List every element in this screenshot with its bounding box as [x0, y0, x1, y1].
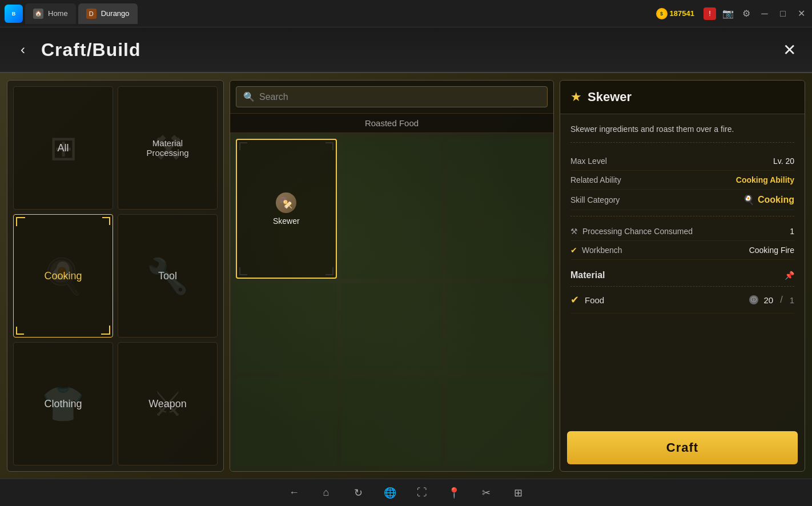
- corner-tr: [102, 217, 110, 225]
- item-skewer[interactable]: 🍢 Skewer: [236, 139, 337, 279]
- detail-description: Skewer ingredients and roast them over a…: [570, 123, 794, 143]
- workbench-check-icon: ✔: [570, 246, 577, 255]
- category-cooking[interactable]: 🍳 Cooking: [13, 214, 113, 338]
- related-ability-label: Related Ability: [570, 175, 621, 184]
- food-separator: /: [780, 295, 782, 305]
- skewer-icon: 🍢: [276, 192, 296, 213]
- coin-icon: $: [656, 8, 668, 19]
- detail-title: Skewer: [588, 90, 632, 105]
- search-icon: 🔍: [243, 91, 255, 102]
- category-panel: ⊞ All ⚒ Material Processing 🍳 Cooking: [7, 80, 224, 472]
- related-ability-row: Related Ability Cooking Ability: [570, 171, 794, 190]
- fullscreen-icon[interactable]: ⛶: [413, 484, 431, 502]
- star-icon: ★: [570, 90, 582, 105]
- search-input[interactable]: [259, 92, 540, 102]
- processing-chance-value: 1: [790, 227, 794, 236]
- title-bar: ‹ Craft/Build ✕: [0, 27, 812, 73]
- food-name: Food: [585, 295, 743, 305]
- corner-br: [325, 267, 333, 275]
- item-empty-7: [341, 377, 443, 465]
- close-icon: ✕: [783, 41, 796, 59]
- corner-bl: [16, 327, 24, 335]
- item-empty-1: [341, 139, 443, 279]
- category-all[interactable]: ⊞ All: [13, 86, 113, 210]
- coin-amount: 187541: [670, 9, 694, 18]
- settings-icon[interactable]: ⚙: [740, 7, 753, 20]
- max-level-label: Max Level: [570, 156, 607, 166]
- detail-panel: ★ Skewer Skewer ingredients and roast th…: [560, 80, 805, 472]
- game-area: ‹ Craft/Build ✕ ⊞ All ⚒ Material Process…: [0, 27, 812, 479]
- search-input-wrapper[interactable]: 🔍: [236, 86, 548, 107]
- material-food-item: ✔ Food ⓘ 20 / 1: [570, 287, 794, 314]
- item-empty-4: [341, 283, 443, 372]
- workbench-label: Workbench: [582, 246, 745, 255]
- detail-body: Skewer ingredients and roast them over a…: [560, 114, 805, 424]
- item-empty-6: [236, 377, 337, 465]
- item-empty-8: [447, 377, 548, 465]
- expand-icon[interactable]: ⊞: [509, 484, 527, 502]
- category-tool[interactable]: 🔧 Tool: [118, 214, 218, 338]
- rotate-icon[interactable]: ↻: [349, 484, 367, 502]
- craft-button[interactable]: Craft: [567, 431, 798, 464]
- corner-bl: [239, 267, 247, 275]
- notification-icon[interactable]: !: [704, 7, 716, 20]
- food-check-icon: ✔: [570, 294, 579, 306]
- corner-tl: [16, 217, 24, 225]
- item-empty-2: [447, 139, 548, 279]
- skill-category-text: Cooking: [758, 195, 794, 205]
- bluestacks-logo: B: [5, 5, 23, 23]
- skill-category-label: Skill Category: [570, 195, 620, 204]
- corner-br: [102, 327, 110, 335]
- back-button[interactable]: ‹: [11, 38, 34, 61]
- category-cooking-label: Cooking: [44, 270, 82, 282]
- processing-chance-row: ⚒ Processing Chance Consumed 1: [570, 222, 794, 241]
- main-content: ⊞ All ⚒ Material Processing 🍳 Cooking: [0, 73, 812, 479]
- items-panel: 🔍 Roasted Food 🍢: [230, 80, 554, 472]
- pin-icon: 📌: [785, 271, 794, 280]
- corner-tl: [239, 142, 247, 150]
- category-weapon[interactable]: ⚔ Weapon: [118, 342, 218, 465]
- home-tab-label: Home: [48, 9, 68, 18]
- durango-tab[interactable]: D Durango: [78, 3, 138, 24]
- food-info-icon[interactable]: ⓘ: [749, 295, 758, 304]
- skill-category-row: Skill Category 🍳 Cooking: [570, 190, 794, 210]
- item-empty-3: [236, 283, 337, 372]
- home-nav-icon[interactable]: ⌂: [317, 484, 335, 502]
- corner-tr: [325, 142, 333, 150]
- restore-icon[interactable]: □: [777, 7, 789, 20]
- material-header: Material 📌: [570, 266, 794, 287]
- home-tab[interactable]: 🏠 Home: [25, 3, 76, 24]
- location-icon[interactable]: 📍: [445, 484, 463, 502]
- items-grid: 🍢 Skewer: [230, 133, 553, 471]
- category-weapon-label: Weapon: [148, 398, 187, 410]
- material-title: Material: [570, 270, 605, 280]
- category-clothing[interactable]: 👕 Clothing: [13, 342, 113, 465]
- back-nav-icon[interactable]: ←: [285, 484, 303, 502]
- item-empty-5: [447, 283, 548, 372]
- close-button[interactable]: ✕: [778, 38, 801, 61]
- skill-category-value: 🍳 Cooking: [743, 194, 794, 205]
- cooking-small-icon: 🍳: [743, 194, 754, 205]
- detail-header: ★ Skewer: [560, 81, 805, 114]
- food-count: 20: [764, 295, 774, 305]
- workbench-row: ✔ Workbench Cooking Fire: [570, 241, 794, 260]
- category-all-label: All: [57, 142, 69, 154]
- camera-icon[interactable]: 📷: [722, 7, 734, 20]
- search-bar: 🔍: [230, 81, 553, 114]
- processing-icon: ⚒: [570, 227, 578, 236]
- max-level-value: Lv. 20: [773, 156, 794, 166]
- top-icons: ! 📷 ⚙ ─ □ ✕: [704, 7, 807, 20]
- scissors-icon[interactable]: ✂: [477, 484, 495, 502]
- window-close-icon[interactable]: ✕: [795, 7, 807, 20]
- divider-1: [570, 216, 794, 216]
- coin-display: $ 187541: [656, 8, 694, 19]
- processing-chance-label: Processing Chance Consumed: [582, 227, 785, 236]
- durango-tab-label: Durango: [101, 9, 130, 18]
- earth-icon[interactable]: 🌐: [381, 484, 399, 502]
- durango-tab-icon: D: [86, 9, 97, 19]
- skewer-name: Skewer: [273, 216, 300, 226]
- category-material-processing[interactable]: ⚒ Material Processing: [118, 86, 218, 210]
- bluestacks-bottombar: ← ⌂ ↻ 🌐 ⛶ 📍 ✂ ⊞: [0, 479, 812, 506]
- food-req: 1: [790, 295, 794, 305]
- minimize-icon[interactable]: ─: [758, 7, 771, 20]
